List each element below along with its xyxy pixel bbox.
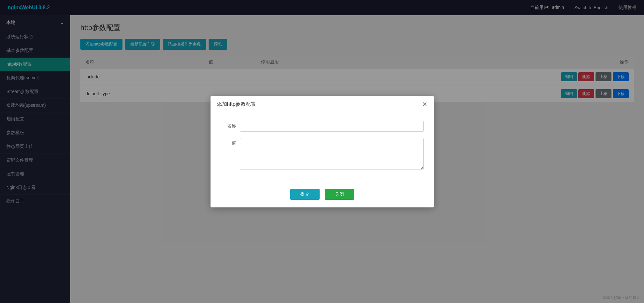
- name-label: 名称: [221, 121, 240, 129]
- value-label: 值: [221, 138, 240, 146]
- form-group-value: 值: [221, 138, 424, 170]
- modal-title: 添加http参数配置: [217, 101, 256, 108]
- close-modal-button[interactable]: 关闭: [325, 189, 354, 200]
- modal-body: 名称 值: [211, 113, 434, 184]
- add-param-modal: 添加http参数配置 ✕ 名称 值 提交 关闭: [211, 96, 434, 207]
- modal-close-button[interactable]: ✕: [422, 101, 427, 107]
- modal-header: 添加http参数配置 ✕: [211, 96, 434, 113]
- modal-footer: 提交 关闭: [211, 184, 434, 207]
- value-textarea[interactable]: [240, 138, 424, 170]
- name-input[interactable]: [240, 121, 424, 132]
- modal-overlay[interactable]: 添加http参数配置 ✕ 名称 值 提交 关闭: [0, 0, 644, 303]
- form-group-name: 名称: [221, 121, 424, 132]
- submit-button[interactable]: 提交: [290, 189, 320, 200]
